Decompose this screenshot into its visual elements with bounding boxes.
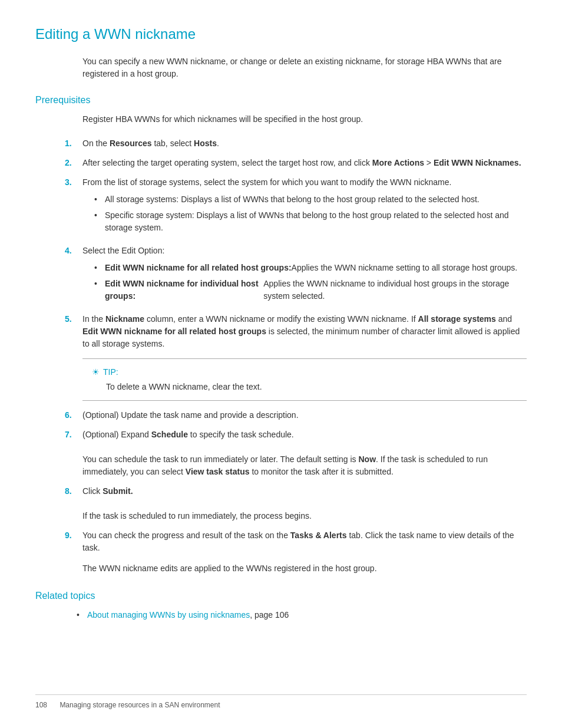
step-2-num: 2. (65, 157, 82, 169)
conclusion-text: The WWN nickname edits are applied to th… (82, 562, 527, 575)
step-5-b1: Nickname (105, 314, 144, 324)
step-4-b2: Edit WWN nickname for individual host gr… (105, 278, 263, 302)
step-3: 3. From the list of storage systems, sel… (65, 176, 527, 238)
tip-sun-icon: ☀ (92, 366, 100, 378)
tip-label-text: TIP: (103, 366, 118, 378)
step-5-num: 5. (65, 313, 82, 350)
step-3-content: From the list of storage systems, select… (82, 176, 527, 238)
step-7-num: 7. (65, 429, 82, 478)
related-topics-item-1: About managing WWNs by using nicknames, … (77, 609, 527, 621)
step-4-bullets: Edit WWN nickname for all related host g… (94, 262, 527, 302)
step-1-bold1: Resources (110, 139, 152, 148)
footer-text: Managing storage resources in a SAN envi… (59, 700, 220, 710)
step-3-bullet-1: All storage systems: Displays a list of … (94, 193, 527, 206)
steps-list-continued: 6. (Optional) Update the task name and p… (65, 409, 527, 554)
step-8-b1: Submit. (103, 486, 133, 496)
step-8-content: Click Submit. If the task is scheduled t… (82, 485, 527, 522)
intro-text: You can specify a new WWN nickname, or c… (82, 55, 527, 80)
step-6-num: 6. (65, 409, 82, 421)
step-6-content: (Optional) Update the task name and prov… (82, 409, 527, 421)
related-topics-section: Related topics About managing WWNs by us… (35, 589, 527, 621)
step-1-num: 1. (65, 137, 82, 150)
step-5: 5. In the Nickname column, enter a WWN n… (65, 313, 527, 350)
related-topics-link-1[interactable]: About managing WWNs by using nicknames (87, 609, 250, 621)
step-8-num: 8. (65, 485, 82, 522)
step-9: 9. You can check the progress and result… (65, 529, 527, 554)
step-3-num: 3. (65, 176, 82, 238)
step-9-b1: Tasks & Alerts (290, 531, 347, 540)
step-5-content: In the Nickname column, enter a WWN nick… (82, 313, 527, 350)
step-7: 7. (Optional) Expand Schedule to specify… (65, 429, 527, 478)
prereq-text: Register HBA WWNs for which nicknames wi… (82, 113, 527, 126)
footer-spacer (49, 700, 57, 710)
footer-page-num: 108 (35, 700, 47, 710)
step-3-bullets: All storage systems: Displays a list of … (94, 193, 527, 234)
related-topics-link-suffix: , page 106 (250, 609, 289, 621)
tip-text: To delete a WWN nickname, clear the text… (106, 381, 517, 393)
footer-content: 108 Managing storage resources in a SAN … (35, 700, 527, 710)
step-2: 2. After selecting the target operating … (65, 157, 527, 169)
step-2-bold1: More Actions (372, 158, 424, 167)
step-7-b3: View task status (186, 467, 250, 476)
tip-label: ☀ TIP: (92, 366, 517, 378)
step-9-content: You can check the progress and result of… (82, 529, 527, 554)
step-7-b2: Now (359, 454, 376, 464)
step-7-b1: Schedule (151, 430, 188, 439)
step-5-b3: Edit WWN nickname for all related host g… (82, 327, 266, 336)
tip-box: ☀ TIP: To delete a WWN nickname, clear t… (82, 358, 527, 401)
step-4-b1: Edit WWN nickname for all related host g… (105, 262, 292, 274)
step-7-content: (Optional) Expand Schedule to specify th… (82, 429, 527, 478)
related-topics-heading: Related topics (35, 589, 527, 603)
page-container: Editing a WWN nickname You can specify a… (0, 0, 562, 728)
step-4: 4. Select the Edit Option: Edit WWN nick… (65, 245, 527, 306)
step-4-bullet-1: Edit WWN nickname for all related host g… (94, 262, 527, 274)
prerequisites-heading: Prerequisites (35, 93, 527, 107)
step-1-bold2: Hosts (194, 139, 217, 148)
related-topics-list: About managing WWNs by using nicknames, … (77, 609, 527, 621)
step-1-content: On the Resources tab, select Hosts. (82, 137, 527, 150)
prerequisites-section: Prerequisites Register HBA WWNs for whic… (35, 93, 527, 126)
step-6: 6. (Optional) Update the task name and p… (65, 409, 527, 421)
page-footer: 108 Managing storage resources in a SAN … (35, 694, 527, 710)
step-4-num: 4. (65, 245, 82, 306)
step-2-content: After selecting the target operating sys… (82, 157, 527, 169)
step-8: 8. Click Submit. If the task is schedule… (65, 485, 527, 522)
steps-list: 1. On the Resources tab, select Hosts. 2… (65, 137, 527, 350)
step-2-bold2: Edit WWN Nicknames. (434, 158, 521, 167)
step-9-num: 9. (65, 529, 82, 554)
page-title: Editing a WWN nickname (35, 24, 527, 45)
step-1: 1. On the Resources tab, select Hosts. (65, 137, 527, 150)
step-4-content: Select the Edit Option: Edit WWN nicknam… (82, 245, 527, 306)
step-3-bullet-2: Specific storage system: Displays a list… (94, 209, 527, 234)
step-5-b2: All storage systems (418, 314, 496, 324)
step-4-bullet-2: Edit WWN nickname for individual host gr… (94, 278, 527, 302)
